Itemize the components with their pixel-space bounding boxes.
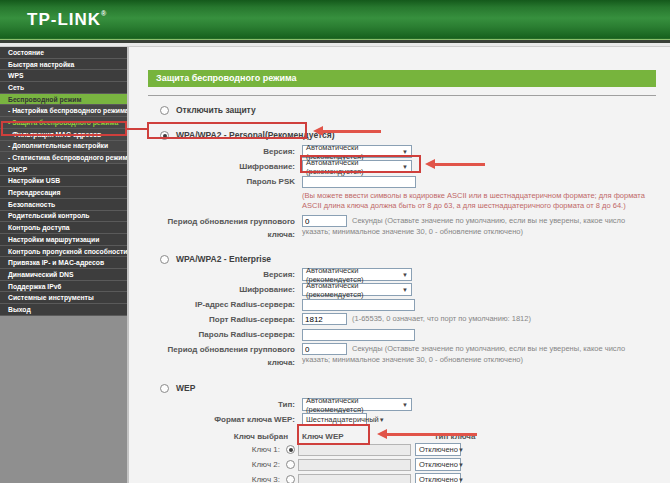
sidebar-item-security[interactable]: Безопасность [0, 199, 127, 211]
disable-security-label: Отключить защиту [176, 105, 256, 115]
wep-key1-type-select[interactable]: Отключено▼ [415, 443, 461, 456]
personal-cipher-label: Шифрование: [148, 160, 302, 173]
wep-key2-type-value: Отключено [419, 460, 458, 469]
radius-password-label: Пароль Radius-сервера: [148, 328, 302, 341]
chevron-down-icon: ▼ [458, 477, 464, 483]
wep-type-select[interactable]: Автоматически (рекомендуется)▼ [302, 398, 412, 411]
chevron-down-icon: ▼ [402, 164, 408, 170]
wep-key3-radio[interactable] [286, 475, 295, 483]
wep-format-value: Шестнадцатеричный [306, 415, 379, 424]
chevron-down-icon: ▼ [402, 402, 408, 408]
enterprise-cipher-select[interactable]: Автоматически (рекомендуется)▼ [302, 283, 412, 296]
personal-cipher-select[interactable]: Автоматически (рекомендуется)▼ [302, 160, 412, 173]
psk-note: (Вы можете ввести символы в кодировке AS… [302, 191, 647, 211]
personal-version-select[interactable]: Автоматически (рекомендуется)▼ [302, 145, 412, 158]
radius-port-input[interactable] [302, 313, 347, 325]
wep-format-select[interactable]: Шестнадцатеричный▼ [302, 413, 367, 426]
wep-type-label: Тип: [148, 398, 302, 411]
wep-key1-label: Ключ 1: [148, 445, 284, 454]
enterprise-gkup-label: Период обновления группового ключа: [148, 343, 302, 369]
chevron-down-icon: ▼ [458, 447, 464, 453]
wep-key2-input[interactable] [298, 459, 411, 471]
wep-type-value: Автоматически (рекомендуется) [306, 396, 402, 414]
sidebar-item-quick-setup[interactable]: Быстрая настройка [0, 59, 127, 71]
sidebar-item-network[interactable]: Сеть [0, 82, 127, 94]
sidebar-item-wireless-statistics[interactable]: - Статистика беспроводного режима [0, 152, 127, 164]
sidebar-item-bandwidth-control[interactable]: Контроль пропускной способности [0, 246, 127, 258]
sidebar-item-access-control[interactable]: Контроль доступа [0, 222, 127, 234]
radius-port-note: (1-65535, 0 означает, что порт по умолча… [352, 314, 531, 323]
wep-col-key: Ключ WEP [302, 432, 434, 441]
sidebar-item-mac-filtering[interactable]: - Фильтрация MAC-адресов [0, 129, 127, 141]
sidebar-item-advanced-settings[interactable]: - Дополнительные настройки [0, 141, 127, 153]
chevron-down-icon: ▼ [379, 417, 385, 423]
personal-gkup-note: Секунды (Оставьте значение по умолчанию,… [302, 216, 625, 236]
wep-key1-input[interactable] [298, 444, 411, 456]
sidebar-item-dynamic-dns[interactable]: Динамический DNS [0, 269, 127, 281]
psk-password-input[interactable] [302, 176, 416, 188]
personal-gkup-input[interactable] [302, 215, 347, 227]
wpa-personal-radio[interactable] [160, 131, 169, 140]
chevron-down-icon: ▼ [402, 272, 408, 278]
enterprise-version-select[interactable]: Автоматически (рекомендуется)▼ [302, 268, 412, 281]
sidebar-item-status[interactable]: Состояние [0, 47, 127, 59]
router-admin-page: TP-LINK® Состояние Быстрая настройка WPS… [0, 0, 670, 483]
sidebar-item-system-tools[interactable]: Системные инструменты [0, 292, 127, 304]
wep-key2-radio[interactable] [286, 460, 295, 469]
wep-label: WEP [176, 383, 195, 393]
sidebar-item-wireless-security[interactable]: - Защита беспроводного режима [0, 117, 127, 129]
title-separator [148, 95, 656, 96]
wep-col-type: Тип ключа [434, 432, 475, 441]
personal-gkup-label: Период обновления группового ключа: [148, 215, 302, 241]
psk-password-label: Пароль PSK [148, 175, 302, 188]
personal-cipher-value: Автоматически (рекомендуется) [306, 158, 402, 176]
sidebar-item-ip-mac-binding[interactable]: Привязка IP- и MAC-адресов [0, 257, 127, 269]
radius-ip-input[interactable] [302, 299, 415, 311]
tplink-logo-text: TP-LINK [27, 10, 101, 29]
enterprise-cipher-label: Шифрование: [148, 283, 302, 296]
sidebar-item-forwarding[interactable]: Переадресация [0, 187, 127, 199]
sidebar-item-wireless[interactable]: Беспроводной режим [0, 94, 127, 106]
wep-key3-label: Ключ 3: [148, 475, 284, 483]
sidebar-item-logout[interactable]: Выход [0, 304, 127, 316]
personal-version-label: Версия: [148, 145, 302, 158]
wep-key2-type-select[interactable]: Отключено▼ [415, 458, 461, 471]
wpa-enterprise-radio[interactable] [160, 255, 169, 264]
enterprise-version-label: Версия: [148, 268, 302, 281]
wep-key1-radio[interactable] [286, 445, 295, 454]
sidebar-item-wps[interactable]: WPS [0, 70, 127, 82]
wep-key2-label: Ключ 2: [148, 460, 284, 469]
wireless-security-panel: Защита беспроводного режима Отключить за… [148, 70, 656, 483]
sidebar-item-wireless-settings[interactable]: - Настройка беспроводного режима [0, 105, 127, 117]
chevron-down-icon: ▼ [402, 287, 408, 293]
sidebar-item-routing[interactable]: Настройки маршрутизации [0, 234, 127, 246]
chevron-down-icon: ▼ [458, 462, 464, 468]
wpa-enterprise-label: WPA/WPA2 - Enterprise [176, 254, 271, 264]
wep-format-label: Формат ключа WEP: [148, 413, 302, 426]
wpa-personal-label: WPA/WPA2 - Personal(Рекомендуется) [176, 130, 335, 140]
sidebar-item-usb-settings[interactable]: Настройки USB [0, 176, 127, 188]
registered-mark: ® [101, 10, 107, 17]
sidebar-menu: Состояние Быстрая настройка WPS Сеть Бес… [0, 47, 129, 483]
wep-col-selected: Ключ выбран [148, 432, 302, 441]
sidebar-item-ipv6[interactable]: Поддержка IPv6 [0, 281, 127, 293]
main-content: Защита беспроводного режима Отключить за… [131, 47, 670, 483]
radius-password-input[interactable] [302, 329, 415, 341]
radius-port-label: Порт Radius-сервера: [148, 313, 302, 326]
tplink-logo: TP-LINK® [27, 10, 107, 30]
header-banner: TP-LINK® [0, 0, 670, 40]
sidebar-item-parental-control[interactable]: Родительский контроль [0, 211, 127, 223]
wep-radio[interactable] [160, 384, 169, 393]
wep-key1-type-value: Отключено [419, 445, 458, 454]
chevron-down-icon: ▼ [402, 149, 408, 155]
enterprise-cipher-value: Автоматически (рекомендуется) [306, 281, 402, 299]
wep-key3-type-value: Отключено [419, 475, 458, 483]
sidebar-item-dhcp[interactable]: DHCP [0, 164, 127, 176]
enterprise-gkup-note: Секунды (Оставьте значение по умолчанию,… [302, 344, 625, 364]
wep-key3-type-select[interactable]: Отключено▼ [415, 473, 461, 483]
wep-key3-input[interactable] [298, 474, 411, 483]
radius-ip-label: IP-адрес Radius-сервера: [148, 298, 302, 311]
disable-security-radio[interactable] [160, 106, 169, 115]
enterprise-gkup-input[interactable] [302, 343, 347, 355]
page-title: Защита беспроводного режима [148, 70, 656, 87]
